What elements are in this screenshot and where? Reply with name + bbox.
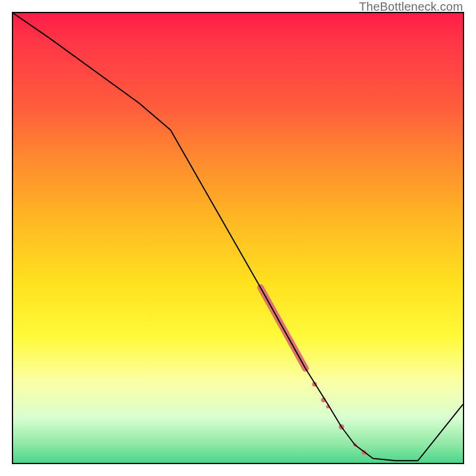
plot-area — [12, 12, 464, 464]
curve-line — [13, 13, 463, 461]
chart-root: TheBottleneck.com — [0, 0, 476, 476]
chart-svg — [13, 13, 463, 463]
